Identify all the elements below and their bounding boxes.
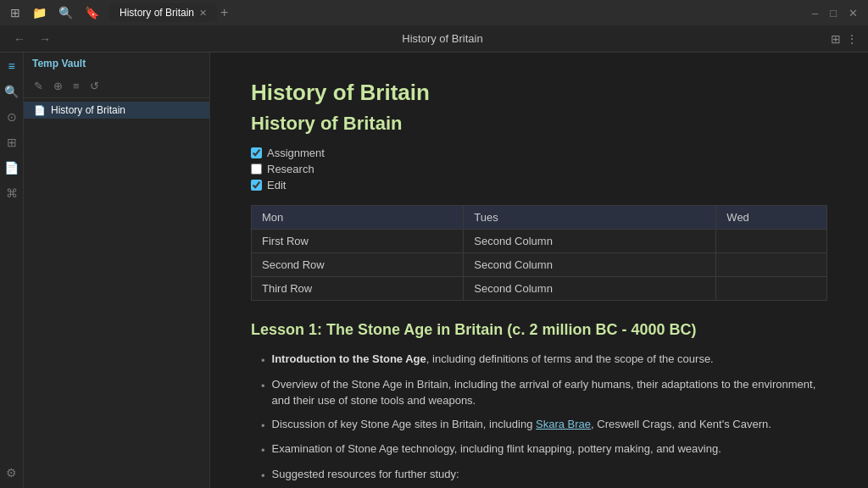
- file-tree: 📄 History of Britain: [24, 98, 209, 122]
- layout-icon[interactable]: ⊞: [831, 32, 841, 46]
- header-actions: ⊞ ⋮: [831, 32, 858, 46]
- sidebar-toolbar: ✎ ⊕ ≡ ↺: [24, 75, 209, 98]
- titlebar-controls: ⊞ 📁 🔍 🔖: [7, 6, 103, 19]
- bullet-dot: •: [261, 378, 265, 395]
- bookmark-icon[interactable]: 🔖: [85, 6, 99, 19]
- document-title-h1: History of Britain: [251, 80, 827, 106]
- file-item-history-of-britain[interactable]: 📄 History of Britain: [24, 102, 209, 119]
- content-area: History of Britain History of Britain As…: [210, 53, 868, 488]
- bullet-dot: •: [261, 352, 265, 369]
- table-header-mon: Mon: [252, 206, 464, 230]
- bookmarks-sidebar-icon[interactable]: 📄: [3, 159, 20, 176]
- sort-button[interactable]: ≡: [70, 78, 83, 94]
- table-cell: [716, 253, 827, 277]
- bullet-dot: •: [261, 418, 265, 435]
- table-row: First Row Second Column: [252, 230, 827, 253]
- tab-bar: History of Britain ✕ +: [109, 3, 802, 22]
- content-table: Mon Tues Wed First Row Second Column Sec…: [251, 205, 827, 301]
- bullet-dot: •: [261, 442, 265, 459]
- minimize-button[interactable]: –: [809, 5, 821, 21]
- settings-sidebar-icon[interactable]: ⚙: [4, 464, 19, 481]
- table-cell: [716, 277, 827, 301]
- graph-sidebar-icon[interactable]: ⊙: [5, 108, 19, 125]
- tags-sidebar-icon[interactable]: ⊞: [5, 134, 19, 151]
- search-icon[interactable]: 🔍: [58, 6, 73, 19]
- new-tab-button[interactable]: +: [220, 5, 228, 20]
- bullet-list: • Introduction to the Stone Age, includi…: [251, 351, 827, 488]
- header-bar: ← → History of Britain ⊞ ⋮: [0, 25, 868, 53]
- skara-brae-link[interactable]: Skara Brae: [536, 418, 591, 430]
- file-sidebar: Temp Vault ✎ ⊕ ≡ ↺ 📄 History of Britain: [24, 53, 210, 488]
- maximize-button[interactable]: □: [826, 5, 840, 21]
- close-button[interactable]: ✕: [845, 5, 861, 21]
- titlebar: ⊞ 📁 🔍 🔖 History of Britain ✕ + – □ ✕: [0, 0, 868, 25]
- folder-icon[interactable]: 📁: [32, 6, 47, 19]
- table-cell: [716, 230, 827, 253]
- table-cell: Second Column: [464, 277, 716, 301]
- checkbox-group: Assignment Research Edit: [251, 147, 827, 191]
- app-icon: ⊞: [10, 6, 20, 19]
- list-item: • Introduction to the Stone Age, includi…: [261, 351, 827, 369]
- checkbox-research-label: Research: [267, 163, 314, 175]
- checkbox-research[interactable]: Research: [251, 163, 827, 175]
- bullet-text: Suggested resources for further study: ◦…: [272, 466, 601, 489]
- forward-button[interactable]: →: [36, 30, 54, 47]
- bullet-text: Examination of Stone Age technology, inc…: [272, 441, 721, 458]
- terminal-sidebar-icon[interactable]: ⌘: [4, 185, 19, 202]
- files-sidebar-icon[interactable]: ≡: [6, 58, 16, 75]
- checkbox-assignment-input[interactable]: [251, 147, 262, 158]
- bullet-dot: •: [261, 468, 265, 485]
- table-cell: Third Row: [252, 277, 464, 301]
- bullet-text: Overview of the Stone Age in Britain, in…: [272, 376, 827, 409]
- icon-sidebar: ≡ 🔍 ⊙ ⊞ 📄 ⌘ ⚙: [0, 53, 24, 488]
- list-item: • Examination of Stone Age technology, i…: [261, 441, 827, 459]
- main-layout: ≡ 🔍 ⊙ ⊞ 📄 ⌘ ⚙ Temp Vault ✎ ⊕ ≡ ↺ 📄 Histo…: [0, 53, 868, 488]
- table-row: Third Row Second Column: [252, 277, 827, 301]
- window-controls: – □ ✕: [809, 5, 861, 21]
- vault-header: Temp Vault: [24, 53, 209, 75]
- file-document-icon: 📄: [34, 105, 46, 116]
- checkbox-assignment-label: Assignment: [267, 147, 325, 159]
- search-sidebar-icon[interactable]: 🔍: [3, 83, 20, 100]
- table-header-row: Mon Tues Wed: [252, 206, 827, 230]
- lesson-heading: Lesson 1: The Stone Age in Britain (c. 2…: [251, 321, 827, 339]
- new-folder-button[interactable]: ⊕: [50, 78, 66, 94]
- tab-close-button[interactable]: ✕: [199, 8, 207, 19]
- bold-text: Introduction to the Stone Age: [272, 352, 426, 365]
- checkbox-edit-input[interactable]: [251, 180, 262, 191]
- bullet-text: Introduction to the Stone Age, including…: [272, 351, 714, 368]
- document-title-h2: History of Britain: [251, 113, 827, 135]
- list-item: • Suggested resources for further study:…: [261, 466, 827, 489]
- checkbox-research-input[interactable]: [251, 164, 262, 175]
- more-options-icon[interactable]: ⋮: [846, 32, 858, 46]
- table-cell: Second Column: [464, 253, 716, 277]
- checkbox-assignment[interactable]: Assignment: [251, 147, 827, 159]
- table-cell: Second Row: [252, 253, 464, 277]
- file-name: History of Britain: [51, 104, 125, 116]
- table-header-tues: Tues: [464, 206, 716, 230]
- bullet-text: Discussion of key Stone Age sites in Bri…: [272, 416, 771, 433]
- table-row: Second Row Second Column: [252, 253, 827, 277]
- table-cell: Second Column: [464, 230, 716, 253]
- back-button[interactable]: ←: [10, 30, 29, 47]
- checkbox-edit-label: Edit: [267, 179, 286, 191]
- table-header-wed: Wed: [716, 206, 827, 230]
- document-header-title: History of Britain: [61, 32, 824, 45]
- tab-history-of-britain[interactable]: History of Britain ✕: [109, 3, 217, 22]
- list-item: • Discussion of key Stone Age sites in B…: [261, 416, 827, 435]
- vault-name: Temp Vault: [32, 58, 86, 69]
- tab-label: History of Britain: [120, 7, 194, 19]
- refresh-button[interactable]: ↺: [86, 78, 103, 94]
- table-cell: First Row: [252, 230, 464, 253]
- checkbox-edit[interactable]: Edit: [251, 179, 827, 191]
- new-note-button[interactable]: ✎: [31, 78, 47, 94]
- list-item: • Overview of the Stone Age in Britain, …: [261, 376, 827, 409]
